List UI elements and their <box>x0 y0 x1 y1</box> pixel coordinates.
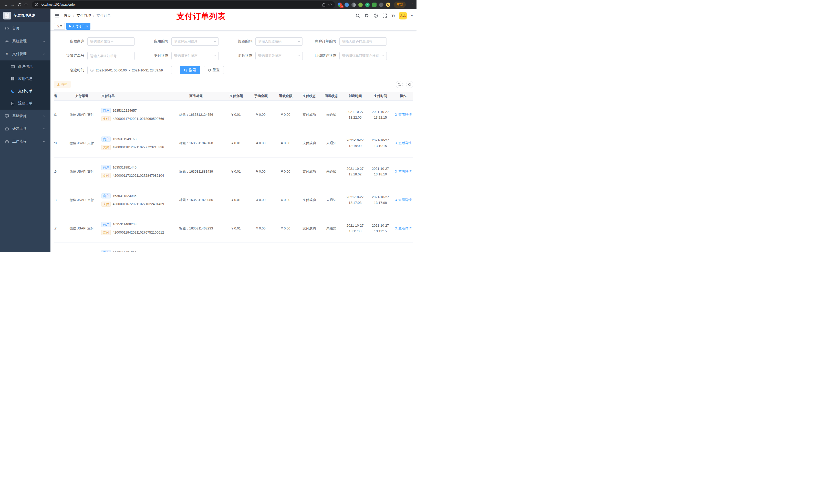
pay-status-select[interactable]: 请选择支付状态 <box>171 52 219 60</box>
logo-avatar <box>3 12 11 20</box>
breadcrumb-home[interactable]: 首页 <box>64 13 71 18</box>
export-button[interactable]: 导出 <box>54 81 70 88</box>
search-button[interactable]: 搜索 <box>180 66 200 74</box>
extension-icon[interactable] <box>372 3 377 7</box>
cell-refund-amount: ¥ 0.00 <box>273 186 298 214</box>
sidebar-item-workflow[interactable]: 工作流程 <box>0 135 50 148</box>
view-detail-link[interactable]: 查看详情 <box>395 226 412 231</box>
cell-pay-time <box>368 242 393 252</box>
briefcase-icon <box>5 140 9 144</box>
browser-forward-button[interactable]: → <box>9 1 16 8</box>
sidebar-item-label: 系统管理 <box>12 39 27 44</box>
url-text[interactable]: localhost:1024/pay/order <box>41 3 320 6</box>
search-icon[interactable] <box>356 13 360 18</box>
sidebar-item-merchant-info[interactable]: 商户信息 <box>0 61 50 73</box>
create-time-range-picker[interactable]: 2021-10-01 00:00:00 - 2021-10-31 23:59:5… <box>87 66 172 74</box>
url-bar[interactable]: localhost:1024/pay/order <box>32 1 335 8</box>
table-toolbar: 导出 <box>50 81 416 88</box>
extension-emoji-icon[interactable] <box>386 3 390 7</box>
channel-order-no-input[interactable] <box>87 52 135 60</box>
breadcrumb-payment[interactable]: 支付管理 <box>77 13 91 18</box>
order-table-body: 121 微信 JSAPI 支付 商户 1635312124657 支付 4200… <box>54 100 413 252</box>
cell-fee-amount: ¥ 0.00 <box>248 214 273 242</box>
font-size-icon[interactable]: TT <box>391 14 395 18</box>
merchant-order-no: 1635311451796 <box>113 251 137 252</box>
extension-badge: 10 <box>340 5 343 8</box>
cell-pay-amount: ¥ 0.01 <box>223 100 248 129</box>
tab-home[interactable]: 首页 <box>54 23 65 30</box>
refresh-table-button[interactable] <box>406 81 413 88</box>
cell-pay-status: 支付成功 <box>298 157 320 186</box>
cell-create-time: 2021-10-27 13:17:03 <box>342 186 368 214</box>
view-detail-link[interactable]: 查看详情 <box>395 198 412 202</box>
reset-button[interactable]: 重置 <box>204 66 224 74</box>
browser-menu-button[interactable]: ⋮ <box>410 3 414 7</box>
sidebar-item-system[interactable]: 系统管理 <box>0 35 50 48</box>
channel-code-select[interactable]: 请输入渠道编码 <box>255 38 303 46</box>
sidebar-item-app-info[interactable]: 应用信息 <box>0 73 50 85</box>
filter-callback-status: 回调商户状态 请选择订单回调商户状态 <box>306 52 390 60</box>
view-detail-link[interactable]: 查看详情 <box>395 141 412 145</box>
reset-button-label: 重置 <box>213 68 220 72</box>
filter-merchant-order-no-label: 商户订单编号 <box>306 39 336 44</box>
hide-search-button[interactable] <box>396 81 403 88</box>
extension-icon[interactable] <box>352 3 356 7</box>
sidebar-item-pay-order[interactable]: 支付订单 <box>0 85 50 97</box>
browser-reload-button[interactable] <box>16 1 23 8</box>
extension-icon[interactable] <box>344 3 349 7</box>
cell-fee-amount: ¥ 0.00 <box>248 157 273 186</box>
merchant-input[interactable] <box>87 38 135 46</box>
browser-update-button[interactable]: 更新 <box>394 2 406 8</box>
date-start: 2021-10-01 00:00:00 <box>96 68 127 72</box>
merchant-order-no: 1635311949168 <box>113 137 137 141</box>
pay-order-no: 4200001181202110277723215336 <box>113 145 164 149</box>
active-dot <box>69 25 71 27</box>
filter-channel-code-label: 渠道编码 <box>222 39 252 44</box>
site-info-icon[interactable] <box>35 3 39 6</box>
sidebar-item-infra[interactable]: 基础设施 <box>0 110 50 122</box>
view-detail-link[interactable]: 查看详情 <box>395 113 412 117</box>
chevron-down-icon <box>43 140 46 143</box>
cell-channel: 微信 JSAPI 支付 <box>65 214 98 242</box>
bookmark-star-icon[interactable] <box>328 3 332 7</box>
tab-pay-order[interactable]: 支付订单 × <box>66 23 90 30</box>
cell-title: 标题：1635311881439 <box>169 157 224 186</box>
merchant-tag: 商户 <box>101 193 111 198</box>
browser-home-button[interactable] <box>23 1 29 8</box>
fullscreen-icon[interactable] <box>382 13 387 18</box>
page-content: 所属商户 应用编号 请选择应用信息 渠道编码 <box>50 31 416 252</box>
caret-down-icon[interactable]: ▾ <box>411 14 413 18</box>
filter-channel-order-no: 渠道订单号 <box>54 52 138 60</box>
cell-actions: 查看详情 <box>393 242 413 252</box>
close-icon[interactable]: × <box>86 25 88 28</box>
browser-chrome: ← → localhost:1024/pay/order 10 <box>0 0 416 9</box>
sidebar-item-payment[interactable]: ¥ 支付管理 <box>0 48 50 61</box>
sidebar-item-devtools[interactable]: 研发工具 <box>0 122 50 135</box>
browser-back-button[interactable]: ← <box>3 1 9 8</box>
table-header-row: 编号 支付渠道 支付订单 商品标题 支付金额 手续金额 退款金额 支付状态 回调… <box>54 92 413 100</box>
cell-callback-status: 未通知 <box>320 186 342 214</box>
view-detail-link[interactable]: 查看详情 <box>395 169 412 174</box>
share-icon[interactable] <box>322 3 326 7</box>
help-icon[interactable] <box>374 13 378 18</box>
sidebar-item-refund-order[interactable]: 退款订单 <box>0 97 50 110</box>
view-detail-label: 查看详情 <box>398 113 412 117</box>
extension-pin-icon[interactable] <box>379 3 383 7</box>
refund-status-select[interactable]: 请选择退款状态 <box>255 52 303 60</box>
app-title: 芋道管理系统 <box>14 13 35 18</box>
view-detail-label: 查看详情 <box>398 169 412 174</box>
avatar[interactable] <box>399 12 407 20</box>
tab-label: 首页 <box>56 24 63 28</box>
callback-status-select[interactable]: 请选择订单回调商户状态 <box>339 52 387 60</box>
extension-icon[interactable]: 10 <box>338 3 342 7</box>
extension-check-icon[interactable]: ✓ <box>365 3 370 7</box>
view-detail-label: 查看详情 <box>398 141 412 145</box>
merchant-order-no-input[interactable] <box>339 38 387 46</box>
app-no-select[interactable]: 请选择应用信息 <box>171 38 219 46</box>
filter-channel-code: 渠道编码 请输入渠道编码 <box>222 38 306 46</box>
extension-icon[interactable] <box>358 3 363 7</box>
pay-order-no: 4200001173202110272847982104 <box>113 174 164 177</box>
github-icon[interactable] <box>364 13 369 18</box>
sidebar-item-home[interactable]: 首页 <box>0 22 50 35</box>
hamburger-icon[interactable] <box>54 13 60 19</box>
